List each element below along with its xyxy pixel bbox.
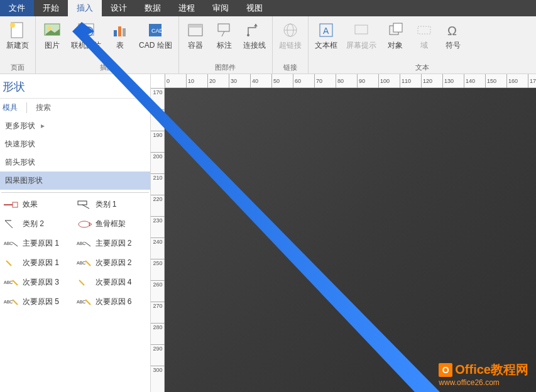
- svg-line-50: [85, 300, 90, 305]
- tab-home[interactable]: 开始: [34, 0, 68, 16]
- screentip-button[interactable]: 屏幕提示: [344, 19, 379, 51]
- ribbon: 新建页 页面 图片 联机图片 表 CAD CAD 绘图 插图: [0, 16, 536, 74]
- svg-line-41: [6, 261, 11, 266]
- secondary1-icon: [4, 258, 19, 268]
- cat-arrow-shapes[interactable]: 箭头形状: [0, 153, 150, 172]
- svg-point-1: [10, 23, 15, 28]
- group-parts-label: 图部件: [183, 63, 268, 72]
- hyperlink-button[interactable]: 超链接: [276, 19, 304, 51]
- tab-data[interactable]: 数据: [136, 0, 170, 16]
- vruler-tick: 230: [151, 216, 165, 224]
- shape-label: 鱼骨框架: [96, 219, 126, 229]
- screentip-icon: [351, 20, 371, 40]
- group-link-label: 链接: [276, 63, 304, 72]
- tab-insert[interactable]: 插入: [68, 0, 102, 16]
- svg-rect-27: [418, 26, 430, 34]
- shape-secondary1[interactable]: 次要原因 1: [4, 258, 74, 268]
- chart-button[interactable]: 表: [107, 19, 133, 51]
- fish-frame-icon: [77, 219, 92, 229]
- tab-review[interactable]: 审阅: [204, 0, 238, 16]
- hruler-tick: 0: [165, 74, 170, 88]
- chevron-right-icon: ▸: [41, 121, 45, 130]
- shape-label: 次要原因 2: [96, 258, 132, 268]
- new-page-button[interactable]: 新建页: [4, 19, 31, 51]
- shape-fish-frame[interactable]: 鱼骨框架: [77, 219, 147, 229]
- shape-secondary2[interactable]: ABC次要原因 2: [77, 258, 147, 268]
- symbol-label: 符号: [446, 41, 461, 50]
- shape-label: 效果: [23, 199, 38, 210]
- hruler-tick: 90: [357, 74, 365, 88]
- vruler-tick: 240: [151, 237, 165, 245]
- svg-rect-31: [78, 201, 87, 205]
- tab-file[interactable]: 文件: [0, 0, 34, 16]
- group-parts: 容器 标注 连接线 图部件: [179, 16, 273, 74]
- menubar: 文件 开始 插入 设计 数据 进程 审阅 视图: [0, 0, 536, 16]
- svg-text:A: A: [323, 26, 329, 36]
- connector-button[interactable]: 连接线: [241, 19, 268, 51]
- shape-category2[interactable]: 类别 2: [4, 219, 74, 229]
- vruler-tick: 200: [151, 152, 165, 160]
- shape-secondary6[interactable]: ABC次要原因 6: [77, 297, 147, 307]
- hruler-tick: 80: [336, 74, 344, 88]
- textbox-button[interactable]: A 文本框: [312, 19, 340, 51]
- hruler-tick: 10: [186, 74, 194, 88]
- online-pictures-button[interactable]: 联机图片: [68, 19, 104, 51]
- cat-quick-shapes[interactable]: 快速形状: [0, 135, 150, 153]
- shape-primary2[interactable]: ABC主要原因 2: [77, 238, 147, 249]
- cad-icon: CAD: [145, 20, 165, 40]
- object-button[interactable]: 对象: [383, 19, 408, 51]
- secondary5-icon: ABC: [4, 297, 19, 307]
- connector-icon: [244, 20, 265, 40]
- shape-label: 次要原因 6: [96, 297, 132, 307]
- svg-rect-15: [218, 24, 229, 31]
- cat-fishbone-shapes[interactable]: 因果图形状: [0, 172, 150, 190]
- container-button[interactable]: 容器: [183, 19, 208, 51]
- group-text-label: 文本: [312, 63, 532, 72]
- shape-secondary4[interactable]: 次要原因 4: [77, 277, 147, 288]
- cad-label: CAD 绘图: [139, 41, 172, 50]
- drawing-canvas[interactable]: [165, 88, 536, 392]
- cat-more-shapes[interactable]: 更多形状 ▸: [0, 117, 150, 135]
- hruler-tick: 130: [442, 74, 454, 88]
- new-page-icon: [8, 20, 28, 40]
- pictures-label: 图片: [45, 41, 60, 50]
- hruler-tick: 30: [229, 74, 237, 88]
- svg-rect-30: [13, 202, 18, 207]
- svg-rect-14: [189, 24, 202, 28]
- shape-label: 类别 1: [96, 199, 117, 210]
- tab-process[interactable]: 进程: [170, 0, 204, 16]
- hruler-tick: 170: [528, 74, 536, 88]
- chart-label: 表: [116, 41, 124, 50]
- field-button[interactable]: 域: [412, 19, 437, 51]
- group-illustrations-label: 插图: [40, 63, 175, 72]
- cad-button[interactable]: CAD CAD 绘图: [136, 19, 175, 51]
- textbox-label: 文本框: [315, 41, 337, 50]
- vruler-tick: 180: [151, 109, 165, 117]
- pictures-button[interactable]: 图片: [40, 19, 65, 51]
- stencil-tab[interactable]: 模具: [3, 102, 18, 113]
- canvas-area: 0102030405060708090100110120130140150160…: [151, 74, 536, 392]
- svg-line-45: [13, 280, 18, 285]
- vruler-tick: 190: [151, 131, 165, 138]
- svg-text:ABC: ABC: [77, 300, 85, 304]
- hyperlink-icon: [280, 20, 300, 40]
- hruler-tick: 150: [485, 74, 496, 88]
- callout-button[interactable]: 标注: [212, 19, 237, 51]
- object-label: 对象: [388, 41, 403, 50]
- shape-label: 主要原因 1: [23, 238, 59, 249]
- symbol-button[interactable]: Ω 符号: [440, 19, 466, 51]
- hyperlink-label: 超链接: [279, 41, 302, 50]
- callout-label: 标注: [217, 41, 232, 50]
- online-pictures-label: 联机图片: [71, 41, 101, 50]
- effect-icon: [4, 200, 19, 210]
- tab-view[interactable]: 视图: [238, 0, 271, 16]
- shape-secondary5[interactable]: ABC次要原因 5: [4, 297, 74, 307]
- shape-primary1[interactable]: ABC主要原因 1: [4, 238, 74, 249]
- search-tab[interactable]: 搜索: [26, 102, 51, 113]
- shape-effect[interactable]: 效果: [4, 199, 74, 210]
- shape-category1[interactable]: 类别 1: [77, 199, 147, 210]
- shape-secondary3[interactable]: ABC次要原因 3: [4, 277, 74, 288]
- hruler-tick: 110: [400, 74, 411, 88]
- shapes-panel: 形状 模具 搜索 更多形状 ▸ 快速形状 箭头形状 因果图形状 效果 类别 1 …: [0, 74, 151, 392]
- tab-design[interactable]: 设计: [102, 0, 136, 16]
